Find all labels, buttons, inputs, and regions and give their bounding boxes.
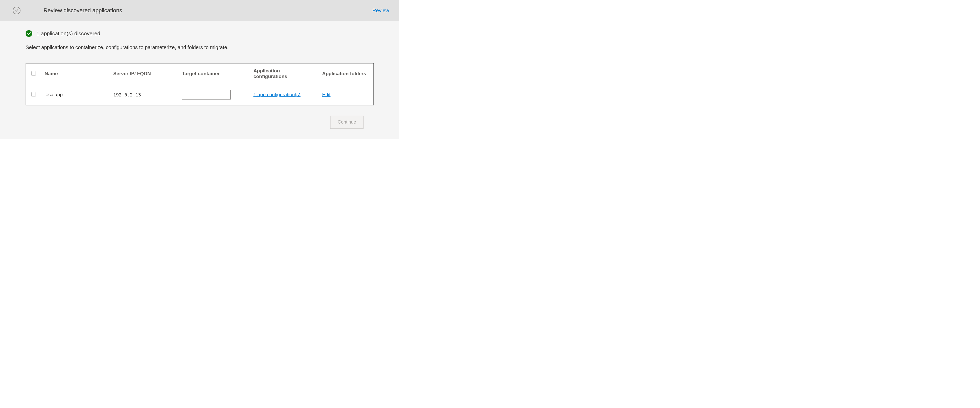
cell-config: 1 app configuration(s): [250, 84, 318, 105]
header-target: Target container: [178, 64, 250, 84]
review-link[interactable]: Review: [372, 8, 389, 14]
section-header: Review discovered applications Review: [0, 0, 399, 21]
continue-button[interactable]: Continue: [330, 116, 364, 129]
cell-ip: 192.0.2.13: [110, 84, 178, 105]
header-config: Application configurations: [250, 64, 318, 84]
applications-table: Name Server IP/ FQDN Target container Ap…: [26, 64, 374, 105]
select-all-checkbox[interactable]: [31, 71, 36, 75]
header-ip: Server IP/ FQDN: [110, 64, 178, 84]
cell-folders: Edit: [318, 84, 374, 105]
checkmark-outline-icon: [13, 6, 21, 14]
success-check-icon: [25, 30, 32, 37]
edit-folders-link[interactable]: Edit: [322, 92, 331, 97]
status-text: 1 application(s) discovered: [37, 30, 100, 37]
applications-table-wrap: Name Server IP/ FQDN Target container Ap…: [25, 63, 374, 105]
header-name: Name: [41, 64, 110, 84]
header-folders: Application folders: [318, 64, 374, 84]
footer: Continue: [25, 105, 374, 129]
target-container-input[interactable]: [182, 90, 231, 100]
section-title: Review discovered applications: [43, 7, 122, 14]
header-select-all: [26, 64, 41, 84]
table-row: localapp 192.0.2.13 1 app configuration(…: [26, 84, 374, 105]
content-area: 1 application(s) discovered Select appli…: [0, 21, 399, 129]
cell-target: [178, 84, 250, 105]
app-configurations-link[interactable]: 1 app configuration(s): [253, 92, 301, 97]
cell-name: localapp: [41, 84, 110, 105]
row-checkbox[interactable]: [31, 92, 36, 97]
instruction-text: Select applications to containerize, con…: [25, 44, 374, 51]
page-container: Review discovered applications Review 1 …: [0, 0, 399, 139]
status-row: 1 application(s) discovered: [25, 30, 374, 37]
